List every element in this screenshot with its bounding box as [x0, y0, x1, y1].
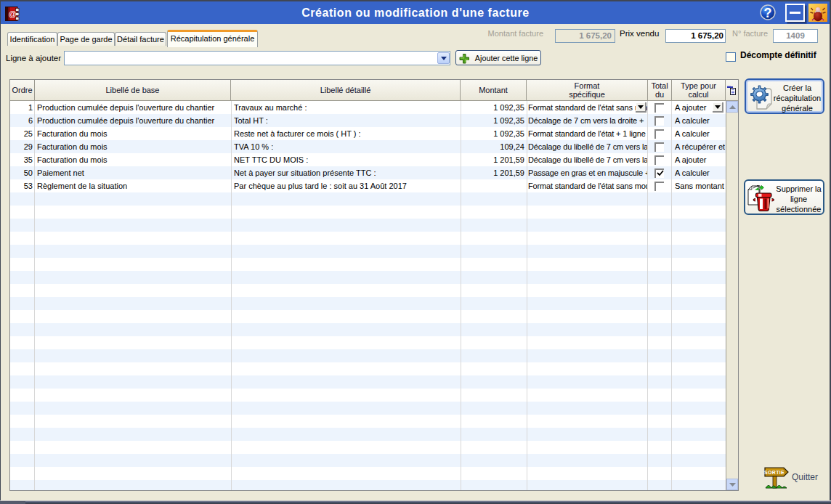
svg-text:?: ?	[764, 6, 772, 20]
svg-text:@: @	[8, 9, 16, 18]
svg-text:SORTIE: SORTIE	[764, 470, 785, 475]
